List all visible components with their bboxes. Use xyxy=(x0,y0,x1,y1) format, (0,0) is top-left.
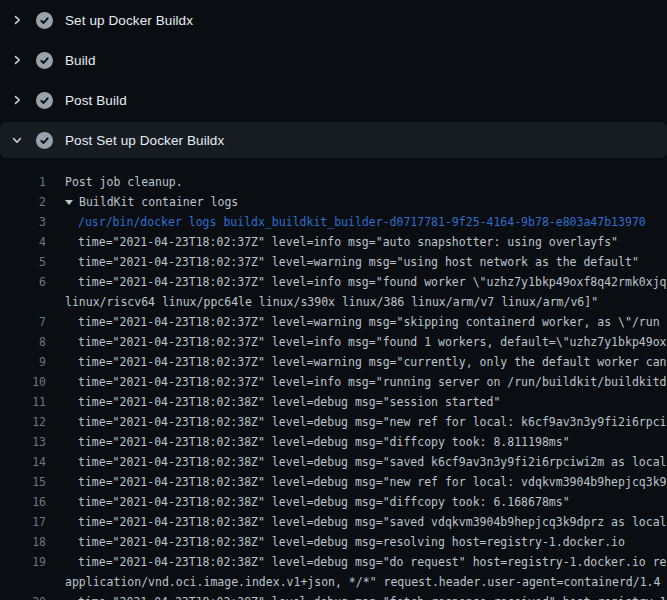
log-group-header[interactable]: BuildKit container logs xyxy=(46,192,238,212)
check-circle-icon xyxy=(36,52,53,69)
log-line: 13time="2021-04-23T18:02:38Z" level=debu… xyxy=(0,432,667,452)
collapse-triangle-icon xyxy=(65,200,73,205)
log-line: 12time="2021-04-23T18:02:38Z" level=debu… xyxy=(0,412,667,432)
line-number[interactable]: 16 xyxy=(0,492,46,512)
log-text: time="2021-04-23T18:02:37Z" level=warnin… xyxy=(46,352,667,372)
log-text: time="2021-04-23T18:02:38Z" level=debug … xyxy=(46,492,570,512)
line-number[interactable]: 6 xyxy=(0,272,46,292)
line-number[interactable]: 17 xyxy=(0,512,46,532)
line-number[interactable]: 13 xyxy=(0,432,46,452)
log-text: time="2021-04-23T18:02:37Z" level=warnin… xyxy=(46,252,639,272)
log-text: time="2021-04-23T18:02:37Z" level=info m… xyxy=(46,272,667,292)
log-text: time="2021-04-23T18:02:38Z" level=debug … xyxy=(46,412,667,432)
log-text: time="2021-04-23T18:02:38Z" level=debug … xyxy=(46,452,667,472)
log-line: 9time="2021-04-23T18:02:37Z" level=warni… xyxy=(0,352,667,372)
line-number[interactable]: 15 xyxy=(0,472,46,492)
log-command-text: /usr/bin/docker logs buildx_buildkit_bui… xyxy=(46,212,646,232)
chevron-right-icon xyxy=(10,14,24,26)
log-line: 16time="2021-04-23T18:02:38Z" level=debu… xyxy=(0,492,667,512)
check-circle-icon xyxy=(36,92,53,109)
log-text: time="2021-04-23T18:02:38Z" level=debug … xyxy=(46,432,570,452)
log-line: 14time="2021-04-23T18:02:38Z" level=debu… xyxy=(0,452,667,472)
log-line: 5time="2021-04-23T18:02:37Z" level=warni… xyxy=(0,252,667,272)
log-line: 18time="2021-04-23T18:02:38Z" level=debu… xyxy=(0,532,667,552)
log-text: linux/riscv64 linux/ppc64le linux/s390x … xyxy=(46,292,598,312)
log-text: time="2021-04-23T18:02:38Z" level=debug … xyxy=(46,552,667,572)
log-line: 15time="2021-04-23T18:02:38Z" level=debu… xyxy=(0,472,667,492)
line-number xyxy=(0,572,46,592)
line-number[interactable]: 1 xyxy=(0,172,46,192)
line-number[interactable]: 12 xyxy=(0,412,46,432)
check-circle-icon xyxy=(36,12,53,29)
line-number[interactable]: 3 xyxy=(0,212,46,232)
log-line: 10time="2021-04-23T18:02:37Z" level=info… xyxy=(0,372,667,392)
log-line: 7time="2021-04-23T18:02:37Z" level=warni… xyxy=(0,312,667,332)
line-number[interactable]: 19 xyxy=(0,552,46,572)
log-line: 11time="2021-04-23T18:02:38Z" level=debu… xyxy=(0,392,667,412)
chevron-down-icon xyxy=(10,134,24,146)
line-number[interactable]: 5 xyxy=(0,252,46,272)
log-group-label: BuildKit container logs xyxy=(79,195,238,209)
step-post-build[interactable]: Post Build xyxy=(0,80,667,120)
line-number[interactable]: 2 xyxy=(0,192,46,212)
log-text: time="2021-04-23T18:02:38Z" level=debug … xyxy=(46,472,667,492)
log-line: application/vnd.oci.image.index.v1+json,… xyxy=(0,572,667,592)
step-label: Post Build xyxy=(65,93,127,108)
log-line: 4time="2021-04-23T18:02:37Z" level=info … xyxy=(0,232,667,252)
log-body: 1Post job cleanup.2BuildKit container lo… xyxy=(0,160,667,600)
log-text: time="2021-04-23T18:02:38Z" level=debug … xyxy=(46,392,500,412)
log-text: time="2021-04-23T18:02:37Z" level=info m… xyxy=(46,232,618,252)
log-text: application/vnd.oci.image.index.v1+json,… xyxy=(46,572,660,592)
line-number[interactable]: 10 xyxy=(0,372,46,392)
log-line: 1Post job cleanup. xyxy=(0,172,667,192)
log-text: Post job cleanup. xyxy=(46,172,183,192)
line-number[interactable]: 8 xyxy=(0,332,46,352)
log-line: 2BuildKit container logs xyxy=(0,192,667,212)
log-text: time="2021-04-23T18:02:37Z" level=info m… xyxy=(46,372,667,392)
line-number xyxy=(0,292,46,312)
log-line: 8time="2021-04-23T18:02:37Z" level=info … xyxy=(0,332,667,352)
log-text: time="2021-04-23T18:02:38Z" level=debug … xyxy=(46,512,667,532)
check-circle-icon xyxy=(36,132,53,149)
line-number[interactable]: 18 xyxy=(0,532,46,552)
line-number[interactable]: 9 xyxy=(0,352,46,372)
log-text: time="2021-04-23T18:02:37Z" level=warnin… xyxy=(46,312,660,332)
line-number[interactable]: 14 xyxy=(0,452,46,472)
log-line: 20time="2021-04-23T18:02:38Z" level=debu… xyxy=(0,592,667,600)
log-text: time="2021-04-23T18:02:37Z" level=info m… xyxy=(46,332,667,352)
step-build[interactable]: Build xyxy=(0,40,667,80)
log-line: linux/riscv64 linux/ppc64le linux/s390x … xyxy=(0,292,667,312)
chevron-right-icon xyxy=(10,54,24,66)
line-number[interactable]: 7 xyxy=(0,312,46,332)
line-number[interactable]: 11 xyxy=(0,392,46,412)
line-number[interactable]: 20 xyxy=(0,592,46,600)
log-text: time="2021-04-23T18:02:38Z" level=debug … xyxy=(46,592,667,600)
step-label: Build xyxy=(65,53,96,68)
log-line: 19time="2021-04-23T18:02:38Z" level=debu… xyxy=(0,552,667,572)
log-line: 17time="2021-04-23T18:02:38Z" level=debu… xyxy=(0,512,667,532)
step-post-set-up-docker-buildx[interactable]: Post Set up Docker Buildx xyxy=(0,122,667,158)
chevron-right-icon xyxy=(10,94,24,106)
step-label: Set up Docker Buildx xyxy=(65,13,193,28)
step-set-up-docker-buildx[interactable]: Set up Docker Buildx xyxy=(0,0,667,40)
log-text: time="2021-04-23T18:02:38Z" level=debug … xyxy=(46,532,625,552)
log-line: 3/usr/bin/docker logs buildx_buildkit_bu… xyxy=(0,212,667,232)
step-label: Post Set up Docker Buildx xyxy=(65,133,224,148)
log-line: 6time="2021-04-23T18:02:37Z" level=info … xyxy=(0,272,667,292)
line-number[interactable]: 4 xyxy=(0,232,46,252)
